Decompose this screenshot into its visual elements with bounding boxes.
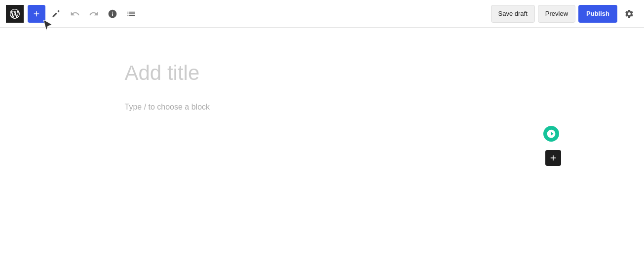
editor-toolbar: Save draft Preview Publish [0, 0, 644, 28]
editor-area: Add title Type / to choose a block [125, 28, 520, 145]
publish-button[interactable]: Publish [578, 5, 617, 23]
save-draft-button[interactable]: Save draft [491, 5, 535, 23]
details-button[interactable] [104, 5, 121, 23]
inline-add-block-button[interactable] [545, 150, 561, 166]
title-input[interactable]: Add title [125, 57, 520, 89]
settings-button[interactable] [620, 5, 638, 23]
add-block-button[interactable] [28, 5, 45, 23]
wp-logo[interactable] [6, 5, 24, 23]
preview-button[interactable]: Preview [538, 5, 575, 23]
list-view-button[interactable] [122, 5, 140, 23]
redo-button[interactable] [85, 5, 103, 23]
toolbar-right: Save draft Preview Publish [491, 5, 638, 23]
grammarly-icon[interactable] [543, 126, 559, 142]
tools-button[interactable] [47, 5, 65, 23]
block-placeholder[interactable]: Type / to choose a block [125, 99, 520, 115]
undo-button[interactable] [66, 5, 84, 23]
